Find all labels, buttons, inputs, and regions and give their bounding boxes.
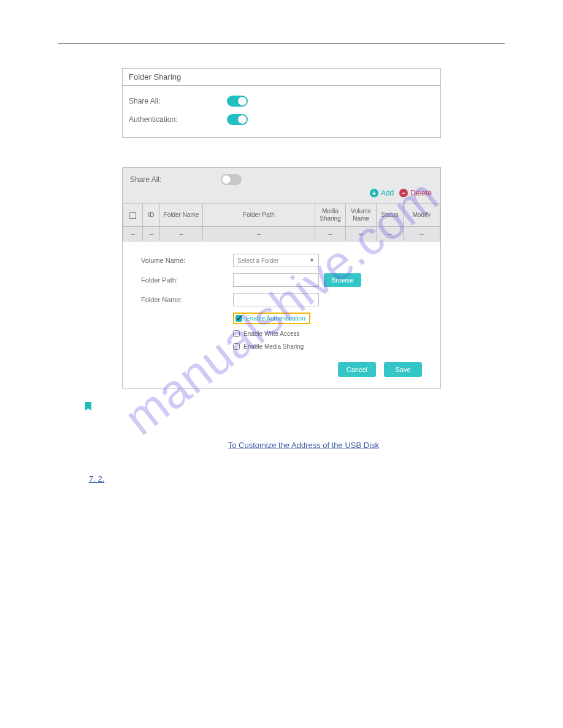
select-all-checkbox[interactable] bbox=[129, 212, 136, 219]
browse-button[interactable]: Browse bbox=[324, 273, 361, 287]
cancel-button[interactable]: Cancel bbox=[338, 362, 376, 377]
folder-sharing-panel-table: Share All: + Add − Delete ID Folder Name bbox=[122, 167, 441, 389]
share-all-label-2: Share All: bbox=[130, 175, 221, 184]
media-sharing-desc: Media Sharing allows you to view photos,… bbox=[89, 490, 474, 514]
enable-authentication-label: Enable Authentication bbox=[246, 315, 305, 322]
bookmark-icon bbox=[85, 402, 91, 411]
folder-table: ID Folder Name Folder Path Media Sharing… bbox=[123, 203, 440, 241]
plus-icon: + bbox=[370, 189, 378, 197]
save-button[interactable]: Save bbox=[384, 362, 422, 377]
enable-authentication-row: Enable Authentication bbox=[233, 313, 310, 324]
authentication-label: Authentication: bbox=[129, 115, 227, 124]
note-text: Due to Windows credential mechanism, you… bbox=[89, 415, 474, 452]
folder-name-input[interactable] bbox=[233, 293, 319, 306]
note-link[interactable]: To Customize the Address of the USB Disk bbox=[228, 441, 379, 450]
chevron-down-icon: ▼ bbox=[309, 257, 315, 264]
col-folder-name: Folder Name bbox=[160, 204, 203, 227]
volume-name-label: Volume Name: bbox=[141, 257, 233, 264]
volume-name-placeholder: Select a Folder bbox=[237, 257, 278, 264]
share-all-toggle[interactable] bbox=[227, 96, 248, 107]
note-row: Note: bbox=[85, 401, 474, 411]
add-label: Add bbox=[381, 189, 394, 197]
col-volume-name: Volume Name bbox=[346, 204, 377, 227]
section-7-2-title: Media Sharing bbox=[107, 474, 158, 483]
minus-icon: − bbox=[399, 189, 408, 197]
folder-path-label: Folder Path: bbox=[141, 276, 233, 284]
share-all-label: Share All: bbox=[129, 97, 227, 105]
delete-button[interactable]: − Delete bbox=[399, 189, 432, 197]
enable-authentication-checkbox[interactable] bbox=[236, 315, 242, 322]
enable-write-row: Enable Write Access bbox=[233, 330, 422, 337]
folder-name-label: Folder Name: bbox=[141, 296, 233, 303]
panel-title: Folder Sharing bbox=[123, 69, 440, 86]
enable-media-checkbox[interactable] bbox=[233, 343, 240, 350]
col-modify: Modify bbox=[404, 204, 440, 227]
step-2-text: 2 ) Enable Authentication to apply the s… bbox=[89, 457, 474, 469]
folder-sharing-panel-enabled: Folder Sharing Share All: Authentication… bbox=[122, 68, 441, 138]
enable-write-checkbox[interactable] bbox=[233, 330, 240, 337]
folder-add-form: Volume Name: Select a Folder ▼ Folder Pa… bbox=[123, 241, 440, 388]
col-status: Status bbox=[377, 204, 404, 227]
col-media-sharing: Media Sharing bbox=[315, 204, 346, 227]
page-number: 42 bbox=[58, 545, 505, 553]
volume-name-select[interactable]: Select a Folder ▼ bbox=[233, 254, 319, 267]
table-row: -- -- -- -- -- -- -- -- bbox=[123, 227, 440, 241]
folder-path-input[interactable] bbox=[233, 273, 319, 287]
enable-media-row: Enable Media Sharing bbox=[233, 343, 422, 350]
delete-label: Delete bbox=[410, 189, 432, 197]
authentication-toggle[interactable] bbox=[227, 114, 248, 125]
enable-media-label: Enable Media Sharing bbox=[243, 343, 304, 350]
section-7-2: 7. 2. Media Sharing bbox=[89, 473, 474, 485]
top-horizontal-rule bbox=[58, 43, 505, 44]
col-folder-path: Folder Path bbox=[203, 204, 315, 227]
share-all-toggle-2[interactable] bbox=[221, 174, 242, 185]
col-id: ID bbox=[143, 204, 160, 227]
enable-write-label: Enable Write Access bbox=[243, 330, 300, 337]
note-label: Note: bbox=[99, 401, 118, 410]
section-7-2-num: 7. 2. bbox=[89, 474, 104, 483]
add-button[interactable]: + Add bbox=[370, 189, 394, 197]
